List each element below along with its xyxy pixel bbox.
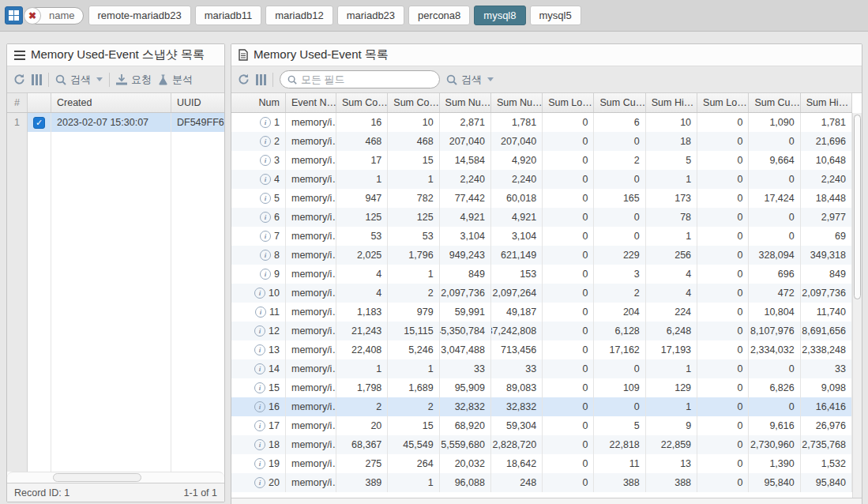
event-row[interactable]: i8memory/i…2,0251,796949,243621,14902292…	[231, 246, 852, 265]
refresh-icon	[238, 73, 250, 85]
snapshot-search-button[interactable]: 검색	[55, 73, 103, 87]
value-cell: 2	[336, 397, 388, 416]
analyze-button[interactable]: 분석	[158, 73, 193, 87]
event-name-cell: memory/i…	[286, 397, 336, 416]
tab-remote-mariadb23[interactable]: remote-mariadb23	[88, 6, 191, 25]
info-icon[interactable]: i	[260, 117, 271, 128]
value-cell: 0	[594, 227, 645, 246]
info-icon[interactable]: i	[260, 212, 271, 223]
column-header-checkbox[interactable]	[28, 93, 51, 112]
event-row[interactable]: i14memory/i…1133330010033	[231, 359, 852, 378]
value-cell: 2	[594, 151, 645, 170]
columns-button[interactable]	[32, 74, 42, 85]
info-icon[interactable]: i	[260, 231, 271, 242]
event-row[interactable]: i5memory/i…94778277,44260,0180165173017,…	[231, 189, 852, 208]
horizontal-scrollbar-thumb[interactable]	[53, 473, 141, 482]
server-tabs: remote-mariadb23mariadb11mariadb12mariad…	[88, 6, 581, 25]
tab-mysql8[interactable]: mysql8	[474, 6, 525, 25]
tab-mariadb12[interactable]: mariadb12	[265, 6, 333, 25]
uuid-cell	[171, 322, 224, 340]
event-row[interactable]: i3memory/i…171514,5844,92002509,66410,64…	[231, 151, 852, 170]
empty-row	[7, 170, 224, 189]
uuid-cell	[171, 189, 224, 208]
column-header-1[interactable]: Event N…	[286, 93, 336, 112]
value-cell: 2	[388, 284, 439, 303]
column-header-3[interactable]: Sum Co…	[388, 93, 439, 112]
remove-filter-icon[interactable]: ✖	[24, 7, 41, 24]
info-icon[interactable]: i	[254, 439, 265, 450]
value-cell: 16	[336, 113, 388, 132]
value-cell: 18	[646, 132, 697, 151]
created-cell	[51, 208, 171, 227]
value-cell: 0	[697, 435, 749, 454]
info-icon[interactable]: i	[254, 363, 265, 374]
event-row[interactable]: i11memory/i…1,18397959,99149,18702042240…	[231, 303, 852, 322]
value-cell: 16,416	[801, 397, 852, 416]
column-header-0[interactable]: Num	[231, 93, 286, 112]
event-panel-title-text: Memory Used-Event 목록	[254, 47, 389, 62]
tab-mariadb11[interactable]: mariadb11	[195, 6, 261, 25]
event-row[interactable]: i15memory/i…1,7981,68995,90989,083010912…	[231, 378, 852, 397]
column-header-10[interactable]: Sum Cu…	[749, 93, 800, 112]
tab-mariadb23[interactable]: mariadb23	[337, 6, 404, 25]
info-icon[interactable]: i	[260, 269, 271, 280]
column-header-created[interactable]: Created	[51, 93, 171, 112]
column-header-6[interactable]: Sum Lo…	[543, 93, 594, 112]
value-cell: 89,083	[491, 378, 543, 397]
info-icon[interactable]: i	[260, 136, 271, 147]
column-header-9[interactable]: Sum Lo…	[697, 93, 749, 112]
info-icon[interactable]: i	[254, 477, 265, 488]
tab-mysql5[interactable]: mysql5	[530, 6, 581, 25]
value-cell: 11,740	[801, 303, 852, 322]
info-icon[interactable]: i	[254, 344, 265, 355]
info-icon[interactable]: i	[260, 155, 271, 166]
column-header-2[interactable]: Sum Co…	[336, 93, 388, 112]
event-row[interactable]: i17memory/i…201568,92059,30405909,61626,…	[231, 416, 852, 435]
snapshot-row[interactable]: 1✓2023-02-07 15:30:07DF549FF6	[7, 113, 224, 132]
column-header-index[interactable]: #	[7, 93, 28, 112]
info-icon[interactable]: i	[260, 250, 271, 261]
event-row[interactable]: i7memory/i…53533,1043,1040010069	[231, 227, 852, 246]
event-row[interactable]: i10memory/i…422,097,7362,097,26402404722…	[231, 284, 852, 303]
document-icon	[239, 49, 248, 61]
tab-percona8[interactable]: percona8	[408, 6, 470, 25]
column-header-4[interactable]: Sum Nu…	[440, 93, 491, 112]
checkbox-checked-icon[interactable]: ✓	[33, 117, 45, 129]
refresh-button[interactable]	[13, 73, 25, 85]
event-table-body: i1memory/i…16102,8711,781061001,0901,781…	[231, 113, 852, 492]
info-icon[interactable]: i	[255, 307, 266, 318]
info-icon[interactable]: i	[254, 382, 265, 393]
row-number: 10	[269, 288, 280, 299]
event-row[interactable]: i4memory/i…112,2402,240001002,240	[231, 170, 852, 189]
column-header-7[interactable]: Sum Cu…	[594, 93, 645, 112]
event-row[interactable]: i6memory/i…1251254,9214,9210078002,977	[231, 208, 852, 227]
info-icon[interactable]: i	[260, 174, 271, 185]
event-row[interactable]: i12memory/i…21,24315,11545,350,78437,242…	[231, 322, 852, 340]
info-icon[interactable]: i	[254, 401, 265, 412]
vertical-scrollbar-thumb[interactable]	[854, 115, 861, 299]
column-header-uuid[interactable]: UUID	[171, 93, 224, 112]
info-icon[interactable]: i	[254, 288, 265, 299]
search-input[interactable]	[301, 73, 440, 85]
event-row[interactable]: i20memory/i…389196,0882480388388095,8409…	[231, 473, 852, 492]
event-row[interactable]: i9memory/i…418491530340696849	[231, 265, 852, 284]
info-icon[interactable]: i	[254, 458, 265, 469]
info-icon[interactable]: i	[254, 325, 265, 337]
event-row[interactable]: i13memory/i…22,4085,2463,047,488713,4560…	[231, 340, 852, 359]
event-search-button[interactable]: 검색	[446, 73, 494, 87]
event-row[interactable]: i16memory/i…2232,83232,8320010016,416	[231, 397, 852, 416]
event-row[interactable]: i1memory/i…16102,8711,781061001,0901,781	[231, 113, 852, 132]
columns-button[interactable]	[256, 74, 266, 85]
column-header-11[interactable]: Sum Hi…	[801, 93, 852, 112]
column-header-8[interactable]: Sum Hi…	[646, 93, 697, 112]
info-icon[interactable]: i	[260, 193, 271, 204]
request-button[interactable]: 요청	[116, 73, 152, 87]
value-cell: 1	[336, 359, 388, 378]
refresh-button[interactable]	[238, 73, 250, 85]
apps-grid-button[interactable]	[5, 6, 23, 24]
info-icon[interactable]: i	[254, 420, 265, 431]
event-row[interactable]: i2memory/i…468468207,040207,04000180021,…	[231, 132, 852, 151]
event-row[interactable]: i18memory/i…68,36745,5495,559,6802,828,7…	[231, 435, 852, 454]
column-header-5[interactable]: Sum Nu…	[491, 93, 543, 112]
event-row[interactable]: i19memory/i…27526420,03218,6420111301,39…	[231, 454, 852, 473]
